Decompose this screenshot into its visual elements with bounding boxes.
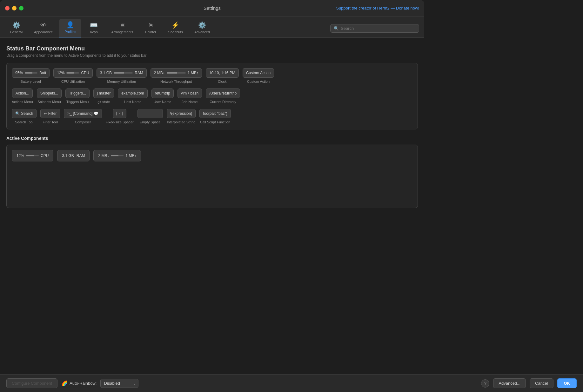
composer-label: Composer [75,120,91,124]
component-empty-space[interactable]: Empty Space [137,109,163,124]
component-network[interactable]: 2 MB↓ 1 MB↑ Network Throughput [151,68,202,83]
support-link[interactable]: Support the creator of iTerm2 — Donate n… [336,6,419,10]
component-custom-action[interactable]: Custom Action Custom Action [243,68,274,83]
fixed-spacer-visual [116,112,123,115]
component-actions-menu[interactable]: Action... Actions Menu [12,88,33,104]
tab-advanced[interactable]: ⚙️ Advanced [189,19,215,37]
main-content: Status Bar Component Menu Drag a compone… [0,38,424,216]
job-name-btn[interactable]: vim • bash [178,88,202,98]
active-network[interactable]: 2 MB↓ 1 MB↑ [93,150,141,161]
general-icon: ⚙️ [12,21,20,29]
component-host-name[interactable]: example.com Host Name [118,88,147,104]
component-cpu[interactable]: 12% CPU CPU Utilization [53,68,92,83]
user-name-btn[interactable]: returntrip [151,88,174,98]
component-row-1: 95% Batt Battery Level 12% CPU CPU Utili… [12,68,412,83]
snippets-menu-btn[interactable]: Snippets... [37,88,62,98]
active-cpu[interactable]: 12% CPU [12,150,53,161]
search-input[interactable] [341,26,416,31]
tab-profiles[interactable]: 👤 Profiles [59,19,81,37]
search-tool-btn[interactable]: 🔍 Search [12,109,37,118]
component-triggers-menu[interactable]: Triggers... Triggers Menu [65,88,90,104]
minimize-button[interactable] [12,6,17,10]
component-interpolated-string[interactable]: \(expression) Interpolated String [167,109,196,124]
battery-btn[interactable]: 95% Batt [12,68,50,78]
actions-menu-btn[interactable]: Action... [12,88,33,98]
advanced-icon: ⚙️ [198,21,206,29]
tab-pointer[interactable]: 🖱 Pointer [140,20,162,37]
tab-profiles-label: Profiles [64,30,76,34]
component-clock[interactable]: 10-10, 1:16 PM Clock [206,68,239,83]
active-items-row: 12% CPU 3.1 GB RAM 2 MB↓ 1 MB↑ [12,150,412,161]
filter-tool-btn[interactable]: ⇐ Filter [40,109,60,118]
tab-pointer-label: Pointer [145,30,156,34]
user-name-label: User Name [154,100,171,104]
component-fixed-spacer[interactable]: Fixed-size Spacer [106,109,134,124]
tab-general[interactable]: ⚙️ General [5,19,28,37]
git-state-btn[interactable]: ∫ master [93,88,114,98]
component-job-name[interactable]: vim • bash Job Name [178,88,202,104]
component-snippets-menu[interactable]: Snippets... Snippets Menu [37,88,62,104]
custom-action-label: Custom Action [247,80,270,83]
tab-keys[interactable]: ⌨️ Keys [83,19,105,37]
battery-label: Battery Level [21,80,41,83]
section-title: Status Bar Component Menu [6,45,418,52]
shortcuts-icon: ⚡ [171,21,179,29]
tab-arrangements[interactable]: 🖥 Arrangements [106,20,138,37]
component-user-name[interactable]: returntrip User Name [151,88,174,104]
cpu-btn[interactable]: 12% CPU [53,68,92,78]
active-ram[interactable]: 3.1 GB RAM [57,150,90,161]
component-row-3: 🔍 Search Search Tool ⇐ Filter Filter Too… [12,109,412,124]
component-composer[interactable]: >_ [Command] 💬 Composer [64,109,102,124]
call-script-btn[interactable]: foo(bar: "baz") [199,109,231,118]
clock-label: Clock [218,80,227,83]
search-bar[interactable]: 🔍 [330,24,419,33]
tab-keys-label: Keys [90,30,97,34]
current-dir-label: Current Directory [210,100,236,104]
pointer-icon: 🖱 [148,22,154,29]
traffic-lights [5,6,23,10]
tab-appearance-label: Appearance [34,30,53,34]
component-search-tool[interactable]: 🔍 Search Search Tool [12,109,37,124]
network-btn[interactable]: 2 MB↓ 1 MB↑ [151,68,202,78]
titlebar: Settings Support the creator of iTerm2 —… [0,0,424,16]
section-subtitle: Drag a component from the menu to Active… [6,53,418,58]
current-dir-btn[interactable]: /Users/returntrip [206,88,240,98]
active-cpu-bar [26,155,39,156]
fixed-spacer-label: Fixed-size Spacer [106,120,134,124]
tab-shortcuts[interactable]: ⚡ Shortcuts [163,19,188,37]
component-call-script[interactable]: foo(bar: "baz") Call Script Function [199,109,231,124]
actions-menu-label: Actions Menu [12,100,33,104]
keys-icon: ⌨️ [90,21,98,29]
component-battery[interactable]: 95% Batt Battery Level [12,68,50,83]
component-git-state[interactable]: ∫ master git state [93,88,114,104]
network-bar [167,72,186,74]
triggers-menu-btn[interactable]: Triggers... [65,88,90,98]
tab-advanced-label: Advanced [194,30,210,34]
host-name-btn[interactable]: example.com [118,88,147,98]
composer-btn[interactable]: >_ [Command] 💬 [64,109,102,118]
maximize-button[interactable] [19,6,23,10]
ram-label: Memory Utilization [107,80,136,83]
tab-general-label: General [10,30,23,34]
toolbar: ⚙️ General 👁 Appearance 👤 Profiles ⌨️ Ke… [0,16,424,38]
tab-appearance[interactable]: 👁 Appearance [29,20,58,37]
ram-btn[interactable]: 3.1 GB RAM [97,68,147,78]
empty-space-btn[interactable] [137,109,163,118]
close-button[interactable] [5,6,10,10]
host-name-label: Host Name [124,100,141,104]
component-ram[interactable]: 3.1 GB RAM Memory Utilization [97,68,147,83]
active-section-title: Active Components [6,136,418,141]
job-name-label: Job Name [182,100,198,104]
appearance-icon: 👁 [40,22,47,29]
fixed-spacer-btn[interactable] [113,109,126,118]
custom-action-btn[interactable]: Custom Action [243,68,274,78]
tab-arrangements-label: Arrangements [111,30,133,34]
ram-bar [114,72,133,74]
component-filter-tool[interactable]: ⇐ Filter Filter Tool [40,109,60,124]
search-tool-label: Search Tool [15,120,33,124]
component-menu: 95% Batt Battery Level 12% CPU CPU Utili… [6,63,418,129]
clock-btn[interactable]: 10-10, 1:16 PM [206,68,239,78]
arrangements-icon: 🖥 [119,22,125,29]
component-current-dir[interactable]: /Users/returntrip Current Directory [206,88,240,104]
interpolated-string-btn[interactable]: \(expression) [167,109,196,118]
